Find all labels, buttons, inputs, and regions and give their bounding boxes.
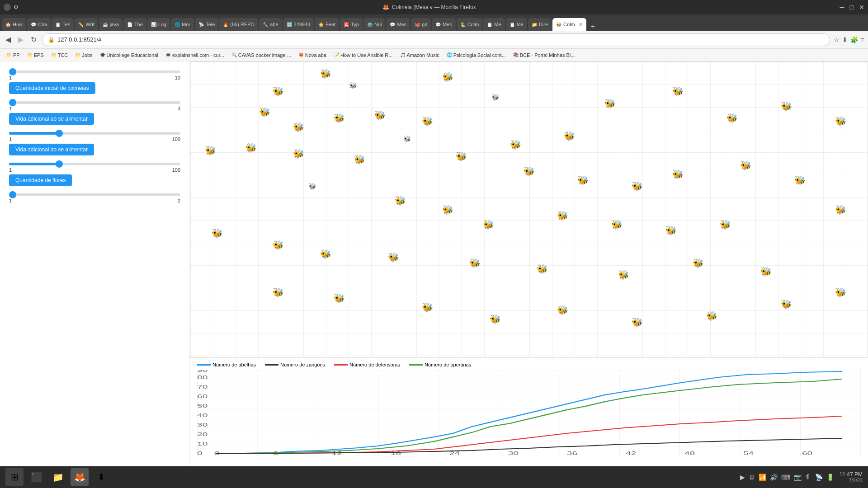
tab-label-tes: Tes xyxy=(62,22,70,27)
tab-cha[interactable]: 💬 Cha xyxy=(27,18,51,31)
bookmark-amazon[interactable]: 🎵 Amazon Music xyxy=(397,52,442,59)
tab-mor[interactable]: 🌐 Mor xyxy=(171,18,194,31)
network-icon[interactable]: 📶 xyxy=(759,474,766,481)
back-button[interactable]: ◀ xyxy=(4,34,13,45)
bookmark-cavas[interactable]: 🔍 CAVAS docker image ... xyxy=(229,52,294,59)
bookmark-unicollege[interactable]: 🎓 Unicollege Educacional xyxy=(97,52,161,59)
display-icon[interactable]: 🖥 xyxy=(749,474,755,481)
btn-colmeias[interactable]: Quantidade inicial de colmeias xyxy=(9,82,95,94)
slider-vida1-max: 3 xyxy=(178,106,180,111)
bee-zanao-3: 🐝 xyxy=(403,136,411,142)
minimize-button[interactable]: ─ xyxy=(840,4,844,11)
battery-icon[interactable]: 🔋 xyxy=(826,474,834,481)
bookmark-nova[interactable]: 🦊 Nova aba xyxy=(296,52,329,59)
close-button[interactable]: ✕ xyxy=(859,4,864,11)
tab-me1[interactable]: 📋 Me xyxy=(483,18,505,31)
tab-feat[interactable]: ⭐ Feat xyxy=(315,18,339,31)
tab-abe[interactable]: 🔧 abe xyxy=(259,18,282,31)
svg-text:80: 80 xyxy=(197,375,208,380)
control-group-5: 1 2 xyxy=(9,193,180,203)
tab-label-dir: Dire xyxy=(539,22,548,27)
media-icon[interactable]: ▶ xyxy=(740,474,745,481)
forward-button[interactable]: ▶ xyxy=(16,34,25,45)
tab-writ[interactable]: ✏️ Writ xyxy=(75,18,98,31)
files-icon: 📁 xyxy=(52,472,64,483)
bookmark-tcc[interactable]: 📁 TCC xyxy=(48,52,71,59)
slider-flores[interactable] xyxy=(9,163,180,165)
tab-tele[interactable]: 📡 Tele xyxy=(195,18,218,31)
tab-pyt[interactable]: 🐍 Colm xyxy=(457,18,483,31)
tab-dir[interactable]: 📁 Dire xyxy=(528,18,552,31)
screenshot-icon[interactable]: 📷 xyxy=(794,474,802,481)
tab-close-button[interactable]: ✕ xyxy=(579,22,583,28)
legend-abelhas: Número de abelhas xyxy=(197,362,256,367)
right-panel: 🐝 🐝 🐝 🐝 🐝 🐝 🐝 🐝 🐝 🐝 🐝 🐝 🐝 🐝 🐝 🐝 🐝 🐝 🐝 🐝 … xyxy=(190,61,868,466)
slider-vida2[interactable] xyxy=(9,132,180,135)
btn-vida1[interactable]: Vida adicional ao se alimentar xyxy=(9,113,94,125)
slider-colmeias[interactable] xyxy=(9,70,180,73)
bookmark-explainshell[interactable]: 💻 explainshell.com - cur... xyxy=(163,52,227,59)
keyboard-icon[interactable]: ⌨ xyxy=(781,474,790,481)
tab-label-mes2: Mes xyxy=(443,22,452,27)
tab-java[interactable]: ☕ java xyxy=(99,18,123,31)
hamburger-menu-button[interactable]: ≡ xyxy=(861,36,864,43)
bee-16: 🐝 xyxy=(604,99,616,108)
tab-favicon-writ: ✏️ xyxy=(78,22,84,27)
maximize-button[interactable]: □ xyxy=(850,4,854,11)
slider-extra-max: 2 xyxy=(178,198,180,203)
slider-extra[interactable] xyxy=(9,193,180,196)
btn-vida2[interactable]: Vida adicional ao se alimentar xyxy=(9,144,94,155)
tab-colm-active[interactable]: 🐝 Colm ✕ xyxy=(552,18,586,31)
download-button[interactable]: ⬇ xyxy=(842,36,848,43)
simulation-area: 🐝 🐝 🐝 🐝 🐝 🐝 🐝 🐝 🐝 🐝 🐝 🐝 🐝 🐝 🐝 🐝 🐝 🐝 🐝 🐝 … xyxy=(190,61,868,358)
taskbar-activities[interactable]: ⊞ xyxy=(5,468,24,486)
bee-5: 🐝 xyxy=(293,122,304,131)
legend-line-operarias xyxy=(409,364,423,366)
slider-vida1[interactable] xyxy=(9,101,180,104)
tab-how[interactable]: 🏠 How xyxy=(2,18,26,31)
tab-me2[interactable]: 📋 Me xyxy=(506,18,527,31)
bookmark-jobs[interactable]: 📁 Jobs xyxy=(72,52,95,59)
extensions-button[interactable]: 🧩 xyxy=(850,36,858,43)
tab-git[interactable]: 🐙 git xyxy=(411,18,431,31)
tab-rep[interactable]: 🔥 (86) REPO xyxy=(219,18,258,31)
tab-mes2[interactable]: 💬 Mes xyxy=(432,18,456,31)
tab-add-button[interactable]: + xyxy=(587,23,599,31)
bookmark-ansible[interactable]: 📝 How to Use Ansible R... xyxy=(331,52,396,59)
tab-label-mes1: Mes xyxy=(397,22,406,27)
tab-mes1[interactable]: 💬 Mes xyxy=(386,18,410,31)
btn-flores[interactable]: Quantidade de flores xyxy=(9,174,72,186)
sound-icon[interactable]: 🔊 xyxy=(770,474,778,481)
bookmark-icon-eps: 📁 xyxy=(27,52,33,57)
tab-tes[interactable]: 📋 Tes xyxy=(52,18,74,31)
lock-icon: 🔒 xyxy=(48,37,55,43)
bee-29: 🐝 xyxy=(483,220,494,229)
bookmark-eps[interactable]: 📁 EPS xyxy=(24,52,47,59)
tab-typ[interactable]: 🅰️ Typ xyxy=(340,18,363,31)
tab-favicon-how: 🏠 xyxy=(5,22,11,27)
taskbar-downloads[interactable]: ⬇ xyxy=(92,468,110,486)
svg-text:70: 70 xyxy=(197,385,208,389)
tab-nul[interactable]: ⚙️ Nul xyxy=(363,18,386,31)
microphone-icon[interactable]: 🎙 xyxy=(805,474,811,481)
tab-249948[interactable]: 🔢 249948 xyxy=(283,18,314,31)
tab-label-rep: (86) REPO xyxy=(230,22,255,27)
bookmark-pp[interactable]: 📁 PP xyxy=(4,52,23,59)
wifi-icon[interactable]: 📡 xyxy=(815,474,823,481)
bookmark-bce[interactable]: 📚 BCE - Portal Minhas Bi... xyxy=(510,52,578,59)
bookmark-star-button[interactable]: ☆ xyxy=(834,36,840,43)
taskbar-firefox[interactable]: 🦊 xyxy=(71,468,89,486)
bee-37: 🐝 xyxy=(320,249,331,258)
title-bar-right[interactable]: ─ □ ✕ xyxy=(840,4,864,11)
reload-button[interactable]: ↻ xyxy=(29,34,38,45)
taskbar: ⊞ ⬛ 📁 🦊 ⬇ ▶ 🖥 📶 🔊 ⌨ 📷 🎙 📡 🔋 11:47 PM xyxy=(0,466,868,488)
url-bar[interactable]: 🔒 127.0.0.1:8521/# xyxy=(42,33,830,46)
legend-label-zangoes: Número de zangões xyxy=(280,362,325,367)
tab-log[interactable]: 📊 Log xyxy=(147,18,170,31)
bookmark-psicologia[interactable]: 🌐 Psicologia Social cont... xyxy=(444,52,509,59)
bookmark-icon-tcc: 📁 xyxy=(51,52,57,57)
taskbar-files[interactable]: 📁 xyxy=(49,468,67,486)
tab-the[interactable]: 📄 The xyxy=(123,18,146,31)
bee-7: 🐝 xyxy=(374,111,386,120)
taskbar-terminal[interactable]: ⬛ xyxy=(27,468,45,486)
